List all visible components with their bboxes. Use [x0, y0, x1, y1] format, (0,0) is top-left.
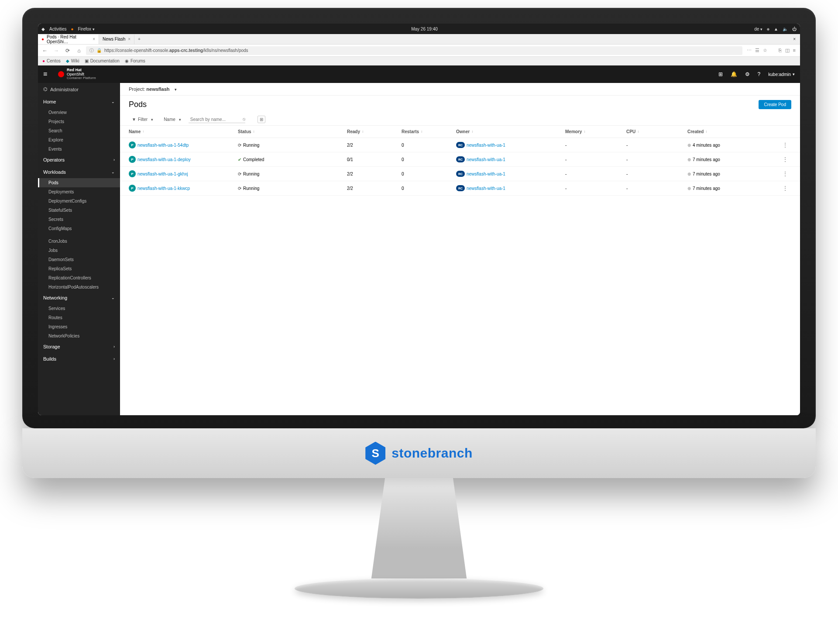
filter-dropdown[interactable]: ▼Filter▾ [129, 115, 156, 124]
url-field[interactable]: ⓘ 🔒 https://console-openshift-console.ap… [86, 46, 742, 55]
kebab-icon[interactable]: ⋮ [782, 141, 788, 148]
sidebar-section-networking[interactable]: Networking⌄ [38, 292, 120, 304]
sidebar-item-secrets[interactable]: Secrets [38, 215, 120, 224]
sidebar-item-deployments[interactable]: Deployments [38, 187, 120, 196]
globe-icon: ⊕ [687, 157, 691, 162]
col-name[interactable]: Name↑ [129, 129, 238, 134]
rc-badge-icon: RC [456, 156, 465, 162]
settings-icon[interactable]: ⚙ [745, 71, 750, 77]
sidebar-section-storage[interactable]: Storage› [38, 341, 120, 353]
browser-tab[interactable]: News Flash × [99, 34, 134, 44]
activities-button[interactable]: Activities [49, 27, 66, 31]
tray-volume-icon[interactable]: 🔈 [783, 27, 788, 31]
globe-icon: ⊕ [687, 186, 691, 191]
owner-link[interactable]: newsflash-with-ua-1 [467, 172, 505, 176]
sidebar-item-services[interactable]: Services [38, 304, 120, 313]
sidebar-item-search[interactable]: Search [38, 126, 120, 135]
reload-button[interactable]: ⟳ [63, 48, 72, 54]
hamburger-icon[interactable]: ≡ [43, 70, 54, 78]
col-memory[interactable]: Memory↕ [565, 129, 626, 134]
help-icon[interactable]: ? [758, 71, 761, 77]
reader-icon[interactable]: ☰ [755, 48, 759, 53]
sidebar-section-workloads[interactable]: Workloads⌄ [38, 166, 120, 178]
window-close-icon[interactable]: × [789, 37, 800, 41]
col-owner[interactable]: Owner↕ [456, 129, 565, 134]
bookmark-icon[interactable]: ☆ [763, 48, 767, 53]
sidebar-section-home[interactable]: Home⌄ [38, 96, 120, 108]
tray-power-icon[interactable]: ⏻ [792, 27, 797, 31]
sidebar: ⌬ Administrator Home⌄OverviewProjectsSea… [38, 83, 120, 415]
sidebar-item-configmaps[interactable]: ConfigMaps [38, 224, 120, 233]
bookmark-item[interactable]: ◉Forums [125, 59, 145, 63]
sidebar-item-events[interactable]: Events [38, 145, 120, 154]
bookmark-icon: ● [42, 59, 45, 63]
restarts-value: 0 [402, 143, 404, 148]
sidebar-icon[interactable]: ◫ [785, 48, 790, 53]
col-status[interactable]: Status↕ [238, 129, 347, 134]
sidebar-item-networkpolicies[interactable]: NetworkPolicies [38, 331, 120, 341]
sidebar-item-replicasets[interactable]: ReplicaSets [38, 264, 120, 273]
col-cpu[interactable]: CPU↕ [626, 129, 687, 134]
sidebar-item-projects[interactable]: Projects [38, 117, 120, 126]
url-etc-icon[interactable]: ⋯ [747, 48, 752, 53]
restarts-value: 0 [402, 186, 404, 191]
name-dropdown[interactable]: Name▾ [161, 115, 184, 124]
sidebar-section-builds[interactable]: Builds› [38, 353, 120, 365]
perspective-switcher[interactable]: ⌬ Administrator [38, 83, 120, 96]
browser-tab[interactable]: ● Pods · Red Hat OpenShi… × [38, 34, 99, 44]
sidebar-item-ingresses[interactable]: Ingresses [38, 322, 120, 331]
clock[interactable]: May 26 19:40 [95, 27, 754, 31]
owner-link[interactable]: newsflash-with-ua-1 [467, 143, 505, 148]
bookmark-item[interactable]: ◆Wiki [66, 59, 79, 63]
col-restarts[interactable]: Restarts↕ [402, 129, 456, 134]
new-tab-button[interactable]: + [134, 37, 144, 41]
tray-bt-icon[interactable]: ▲ [774, 27, 778, 31]
pod-name-link[interactable]: newsflash-with-ua-1-kkwcp [137, 186, 190, 191]
library-icon[interactable]: ⎘ [779, 48, 782, 53]
owner-link[interactable]: newsflash-with-ua-1 [467, 186, 505, 191]
sidebar-item-jobs[interactable]: Jobs [38, 246, 120, 255]
sidebar-item-cronjobs[interactable]: CronJobs [38, 237, 120, 246]
clear-icon[interactable]: ⦸ [243, 117, 245, 122]
owner-link[interactable]: newsflash-with-ua-1 [467, 157, 505, 162]
bookmark-item[interactable]: ▣Documentation [85, 59, 120, 63]
search-input[interactable] [189, 116, 241, 123]
menu-icon[interactable]: ≡ [793, 48, 796, 53]
notifications-icon[interactable]: 🔔 [731, 71, 737, 77]
kebab-icon[interactable]: ⋮ [782, 156, 788, 163]
col-created[interactable]: Created↕ [687, 129, 778, 134]
bookmark-item[interactable]: ●Centos [42, 59, 61, 63]
col-ready[interactable]: Ready↕ [347, 129, 402, 134]
sort-icon: ↕ [705, 130, 707, 134]
kebab-icon[interactable]: ⋮ [782, 170, 788, 177]
kebab-icon[interactable]: ⋮ [782, 185, 788, 192]
sidebar-item-horizontalpodautoscalers[interactable]: HorizontalPodAutoscalers [38, 282, 120, 292]
sidebar-item-replicationcontrollers[interactable]: ReplicationControllers [38, 273, 120, 282]
forward-button[interactable]: → [52, 48, 61, 54]
sidebar-section-operators[interactable]: Operators› [38, 154, 120, 166]
tab-close-icon[interactable]: × [93, 37, 95, 41]
lang-indicator[interactable]: de ▾ [754, 27, 762, 31]
pod-name-link[interactable]: newsflash-with-ua-1-gkhxj [137, 172, 188, 176]
columns-icon[interactable]: ⊞ [258, 116, 265, 123]
sidebar-item-statefulsets[interactable]: StatefulSets [38, 206, 120, 215]
back-button[interactable]: ← [41, 48, 49, 54]
sidebar-item-explore[interactable]: Explore [38, 135, 120, 145]
create-pod-button[interactable]: Create Pod [759, 100, 791, 109]
apps-icon[interactable]: ⊞ [718, 71, 723, 77]
sync-icon: ⟳ [238, 186, 241, 191]
home-button[interactable]: ⌂ [75, 48, 83, 54]
tab-close-icon[interactable]: × [128, 37, 131, 41]
user-menu[interactable]: kube:admin ▾ [768, 72, 795, 77]
sidebar-item-daemonsets[interactable]: DaemonSets [38, 255, 120, 264]
sidebar-item-pods[interactable]: Pods [38, 178, 120, 187]
pod-name-link[interactable]: newsflash-with-ua-1-54dtp [137, 143, 189, 148]
project-selector[interactable]: Project: newsflash ▾ [120, 83, 800, 96]
active-app-label[interactable]: Firefox ▾ [78, 27, 95, 31]
pod-name-link[interactable]: newsflash-with-ua-1-deploy [137, 157, 191, 162]
tray-net-icon[interactable]: ⎈ [767, 27, 769, 31]
sidebar-item-deploymentconfigs[interactable]: DeploymentConfigs [38, 196, 120, 206]
sidebar-item-routes[interactable]: Routes [38, 313, 120, 322]
sidebar-item-overview[interactable]: Overview [38, 108, 120, 117]
sort-icon: ↕ [421, 130, 422, 134]
